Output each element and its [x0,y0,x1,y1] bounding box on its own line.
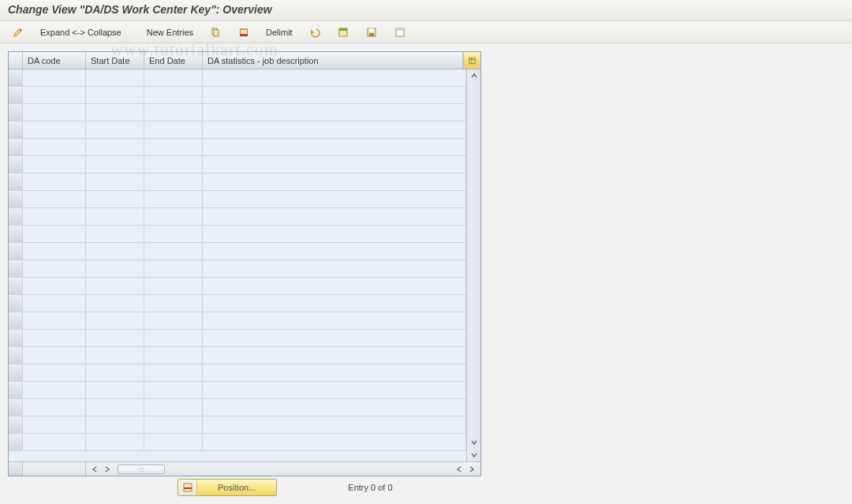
row-selector[interactable] [9,312,23,329]
cell-end-date[interactable] [144,295,203,312]
cell-end-date[interactable] [144,104,203,121]
cell-description[interactable] [203,121,466,138]
table-row[interactable] [9,191,466,208]
table-row[interactable] [9,382,466,399]
table-settings-button[interactable] [463,52,480,69]
scroll-left-button[interactable] [89,464,100,475]
table-row[interactable] [9,156,466,174]
position-button[interactable]: Position... [178,479,277,496]
cell-description[interactable] [203,312,466,329]
horizontal-scrollbar[interactable]: ::: [9,461,480,476]
table-row[interactable] [9,364,466,382]
row-selector[interactable] [9,330,23,346]
cell-start-date[interactable] [86,139,144,155]
cell-start-date[interactable] [86,156,144,173]
cell-start-date[interactable] [86,260,144,277]
scroll-down-button-2[interactable] [467,449,480,461]
row-selector[interactable] [9,364,23,381]
cell-start-date[interactable] [86,416,144,433]
cell-end-date[interactable] [144,139,203,155]
table-row[interactable] [9,416,466,434]
cell-end-date[interactable] [144,364,203,381]
row-selector-header[interactable] [9,52,23,69]
undo-button[interactable] [303,24,327,40]
cell-da-code[interactable] [23,260,86,277]
save-variant-button[interactable] [360,24,383,40]
cell-start-date[interactable] [86,295,144,312]
row-selector[interactable] [9,399,23,416]
cell-description[interactable] [203,208,466,225]
table-row[interactable] [9,330,466,347]
cell-start-date[interactable] [86,191,144,207]
table-row[interactable] [9,139,466,156]
cell-end-date[interactable] [144,399,203,416]
table-row[interactable] [9,295,466,312]
cell-start-date[interactable] [86,330,144,346]
new-entries-button[interactable]: New Entries [141,24,199,40]
table-row[interactable] [9,243,466,260]
delete-button[interactable] [232,24,256,40]
cell-start-date[interactable] [86,278,144,294]
cell-start-date[interactable] [86,87,144,103]
cell-description[interactable] [203,87,466,103]
table-row[interactable] [9,174,466,191]
cell-description[interactable] [203,69,466,86]
row-selector[interactable] [9,382,23,398]
column-header-da-code[interactable]: DA code [23,52,86,69]
table-row[interactable] [9,104,466,121]
cell-description[interactable] [203,226,466,242]
table-row[interactable] [9,399,466,416]
scroll-up-button[interactable] [467,69,480,82]
cell-description[interactable] [203,416,466,433]
cell-end-date[interactable] [144,121,203,138]
cell-da-code[interactable] [23,416,86,433]
cell-end-date[interactable] [144,312,203,329]
row-selector[interactable] [9,69,23,86]
table-row[interactable] [9,121,466,139]
cell-da-code[interactable] [23,347,86,364]
cell-description[interactable] [203,295,466,312]
cell-end-date[interactable] [144,330,203,346]
column-header-end-date[interactable]: End Date [144,52,203,69]
cell-da-code[interactable] [23,87,86,103]
cell-end-date[interactable] [144,208,203,225]
cell-end-date[interactable] [144,416,203,433]
cell-start-date[interactable] [86,347,144,364]
row-selector[interactable] [9,243,23,259]
cell-end-date[interactable] [144,87,203,103]
deselect-all-button[interactable] [388,24,412,40]
cell-start-date[interactable] [86,69,144,86]
row-selector[interactable] [9,295,23,312]
cell-start-date[interactable] [86,364,144,381]
table-row[interactable] [9,260,466,278]
cell-end-date[interactable] [144,434,203,450]
select-all-button[interactable] [331,24,355,40]
cell-start-date[interactable] [86,208,144,225]
toggle-change-button[interactable] [6,24,30,40]
cell-description[interactable] [203,191,466,207]
cell-description[interactable] [203,156,466,173]
cell-description[interactable] [203,399,466,416]
scroll-right-button-2[interactable] [466,464,477,475]
cell-start-date[interactable] [86,382,144,398]
cell-end-date[interactable] [144,226,203,242]
row-selector[interactable] [9,121,23,138]
cell-da-code[interactable] [23,208,86,225]
row-selector[interactable] [9,208,23,225]
cell-da-code[interactable] [23,121,86,138]
row-selector[interactable] [9,174,23,190]
horizontal-scroll-thumb[interactable]: ::: [118,465,165,474]
row-selector[interactable] [9,278,23,294]
cell-start-date[interactable] [86,174,144,190]
row-selector[interactable] [9,226,23,242]
cell-description[interactable] [203,364,466,381]
cell-start-date[interactable] [86,434,144,450]
cell-da-code[interactable] [23,139,86,155]
cell-end-date[interactable] [144,243,203,259]
cell-da-code[interactable] [23,174,86,190]
scroll-left-button-2[interactable] [454,464,465,475]
cell-description[interactable] [203,243,466,259]
cell-da-code[interactable] [23,434,86,450]
cell-start-date[interactable] [86,312,144,329]
cell-da-code[interactable] [23,156,86,173]
